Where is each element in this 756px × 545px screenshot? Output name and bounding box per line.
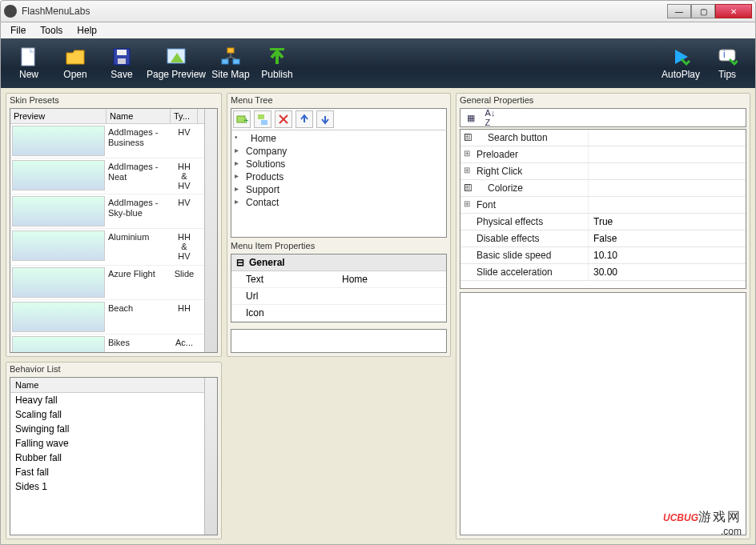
behavior-item[interactable]: Sides 1: [10, 479, 217, 494]
general-properties-toolbar: ▦ A↓Z: [460, 108, 746, 127]
behavior-item[interactable]: Rubber fall: [10, 451, 217, 465]
menu-tools[interactable]: Tools: [34, 23, 69, 38]
categorized-button[interactable]: ▦: [464, 110, 478, 125]
general-properties-grid[interactable]: Search buttonPreloaderRight ClickColoriz…: [460, 129, 746, 289]
col-preview[interactable]: Preview: [10, 109, 107, 123]
autoplay-label: AutoPlay: [662, 69, 700, 80]
add-node-button[interactable]: +: [233, 110, 251, 128]
col-type[interactable]: Ty...: [171, 109, 198, 123]
sitemap-label: Site Map: [211, 69, 249, 80]
autoplay-button[interactable]: AutoPlay: [657, 42, 704, 85]
prop-value[interactable]: [328, 305, 446, 321]
page-preview-icon: [166, 46, 187, 67]
prop-value[interactable]: [589, 180, 746, 196]
skin-row[interactable]: AddImages - Business HV: [10, 124, 217, 158]
behavior-item[interactable]: Scaling fall: [10, 407, 217, 422]
prop-value[interactable]: True: [589, 214, 746, 230]
prop-value[interactable]: False: [589, 230, 746, 246]
menu-item-props-grid[interactable]: ⊟General TextHomeUrlIcon: [231, 254, 447, 323]
move-up-button[interactable]: [296, 110, 313, 128]
property-row[interactable]: Font: [460, 197, 746, 214]
property-row[interactable]: Url: [231, 288, 446, 305]
prop-value[interactable]: 30.00: [589, 264, 746, 280]
skin-row[interactable]: Bikes Ac...: [10, 335, 217, 353]
col-name[interactable]: Name: [107, 109, 171, 123]
tree-node[interactable]: Contact: [235, 196, 443, 209]
skin-name: Bikes: [107, 335, 171, 353]
prop-key: Slide acceleration: [460, 264, 589, 280]
window-title: FlashMenuLabs: [22, 6, 667, 17]
prop-value[interactable]: Home: [328, 271, 446, 287]
skin-row[interactable]: Aluminium HH&HV: [10, 229, 217, 265]
prop-key: Search button: [460, 130, 589, 146]
scrollbar[interactable]: [204, 378, 217, 535]
prop-key: Font: [460, 197, 589, 213]
general-properties-panel: General Properties ▦ A↓Z Search buttonPr…: [456, 93, 750, 539]
prop-value[interactable]: [589, 197, 746, 213]
prop-value[interactable]: [589, 163, 746, 179]
skin-presets-grid[interactable]: Preview Name Ty... AddImages - Business …: [10, 108, 218, 353]
new-button[interactable]: New: [6, 42, 52, 85]
tips-button[interactable]: i Tips: [704, 42, 750, 85]
prop-value[interactable]: [589, 146, 746, 162]
scrollbar[interactable]: [204, 109, 217, 352]
svg-rect-13: [258, 114, 264, 119]
move-down-button[interactable]: [316, 110, 334, 128]
sitemap-button[interactable]: Site Map: [207, 42, 254, 85]
menu-item-props-title: Menu Item Properties: [227, 239, 450, 252]
prop-value[interactable]: [589, 130, 746, 146]
alphabetical-button[interactable]: A↓Z: [483, 110, 497, 125]
behavior-list-header[interactable]: Name: [10, 378, 217, 393]
property-row[interactable]: Icon: [231, 305, 446, 322]
publish-button[interactable]: Publish: [254, 42, 300, 85]
tree-node[interactable]: Support: [235, 183, 443, 196]
delete-node-button[interactable]: [275, 110, 292, 128]
prop-key: Physical effects: [460, 214, 589, 230]
property-row[interactable]: Colorize: [460, 180, 746, 197]
behavior-item[interactable]: Falling wave: [10, 436, 217, 451]
tree-node[interactable]: Home: [235, 132, 443, 145]
property-row[interactable]: Slide acceleration30.00: [460, 264, 746, 281]
property-row[interactable]: Basic slide speed10.10: [460, 247, 746, 264]
menu-file[interactable]: File: [4, 23, 32, 38]
skin-row[interactable]: AddImages - Sky-blue HV: [10, 194, 217, 229]
property-row[interactable]: Disable effectsFalse: [460, 230, 746, 247]
menu-tree-list[interactable]: HomeCompanySolutionsProductsSupportConta…: [231, 130, 447, 238]
tree-node[interactable]: Products: [235, 170, 443, 183]
minimize-button[interactable]: —: [667, 4, 691, 18]
tree-node[interactable]: Solutions: [235, 158, 443, 170]
property-row[interactable]: Preloader: [460, 146, 746, 163]
svg-rect-3: [118, 58, 126, 64]
maximize-button[interactable]: ▢: [691, 4, 715, 18]
page-preview-button[interactable]: Page Preview: [145, 42, 207, 85]
menu-help[interactable]: Help: [70, 23, 103, 38]
property-row[interactable]: Search button: [460, 130, 746, 146]
skin-thumbnail: [12, 336, 105, 353]
add-child-button[interactable]: [254, 110, 271, 128]
behavior-list-title: Behavior List: [6, 363, 221, 375]
svg-text:+: +: [243, 115, 248, 126]
save-button[interactable]: Save: [99, 42, 145, 85]
tree-node[interactable]: Company: [235, 145, 443, 158]
property-row[interactable]: Physical effectsTrue: [460, 214, 746, 230]
behavior-item[interactable]: Swinging fall: [10, 422, 217, 436]
close-button[interactable]: ✕: [715, 4, 752, 18]
skin-row[interactable]: Azure Flight Slide: [10, 266, 217, 300]
publish-label: Publish: [261, 69, 292, 80]
menu-item-props-group[interactable]: ⊟General: [231, 254, 446, 271]
skin-row[interactable]: AddImages - Neat HH&HV: [10, 158, 217, 194]
open-button[interactable]: Open: [52, 42, 99, 85]
prop-key: Basic slide speed: [460, 247, 589, 263]
prop-value[interactable]: [328, 288, 446, 304]
svg-rect-14: [261, 120, 267, 125]
prop-value[interactable]: 10.10: [589, 247, 746, 263]
behavior-item[interactable]: Heavy fall: [10, 393, 217, 407]
behavior-item[interactable]: Fast fall: [10, 465, 217, 479]
skin-row[interactable]: Beach HH: [10, 300, 217, 335]
property-row[interactable]: TextHome: [231, 271, 446, 288]
window-titlebar: FlashMenuLabs — ▢ ✕: [0, 0, 756, 22]
behavior-list[interactable]: Name Heavy fallScaling fallSwinging fall…: [10, 377, 218, 535]
property-row[interactable]: Right Click: [460, 163, 746, 180]
skin-type: Ac...: [171, 335, 198, 353]
tips-label: Tips: [718, 69, 736, 80]
